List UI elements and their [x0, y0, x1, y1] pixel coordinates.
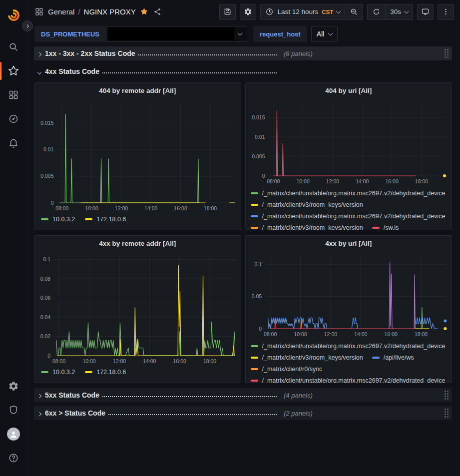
- panel-count: (4 panels): [284, 392, 313, 399]
- dotted-leader: [102, 396, 277, 397]
- chart-legend: 10.0.3.2172.18.0.6: [34, 213, 241, 230]
- drag-handle[interactable]: [445, 409, 449, 418]
- dashboard-title[interactable]: NGINX PROXY: [84, 7, 136, 16]
- svg-text:12:00: 12:00: [324, 331, 337, 337]
- panel-grid: 4xx by remote addr [All] 08:0010:0012:00…: [34, 235, 452, 383]
- panel-title[interactable]: 4xx by uri [All]: [246, 236, 452, 251]
- svg-text:0.005: 0.005: [40, 173, 53, 179]
- save-dashboard-button[interactable]: [219, 4, 236, 20]
- chevron-right-icon: [38, 409, 41, 418]
- refresh-button[interactable]: [368, 4, 385, 19]
- row-5xx[interactable]: 5xx Status Code (4 panels): [34, 388, 452, 402]
- dashboard-settings-button[interactable]: [240, 4, 256, 20]
- legend-item[interactable]: /sw.js: [372, 224, 399, 230]
- legend-item[interactable]: /_matrix/client/v3/room_keys/version: [251, 201, 363, 208]
- legend-item[interactable]: 10.0.3.2: [41, 369, 75, 376]
- time-range-picker[interactable]: Last 12 hours CST: [261, 4, 345, 19]
- panel-title[interactable]: 4xx by remote addr [All]: [34, 236, 241, 251]
- row-title: 4xx Status Code: [45, 67, 99, 75]
- datasource-select[interactable]: [106, 26, 246, 42]
- chevron-down-icon: [238, 31, 243, 36]
- datasource-variable: DS_PROMETHEUS: [34, 26, 246, 42]
- sidebar-expand-button[interactable]: [22, 20, 33, 31]
- legend-item[interactable]: /_matrix/client/unstable/org.matrix.msc2…: [251, 343, 446, 350]
- time-series-chart[interactable]: 08:0010:0012:0014:0016:0018:0000.0050.01…: [34, 98, 241, 213]
- legend-item[interactable]: /_matrix/client/r0/sync: [251, 366, 323, 373]
- svg-text:0.02: 0.02: [40, 333, 51, 339]
- legend-label: /_matrix/client/unstable/org.matrix.msc2…: [262, 377, 446, 383]
- chart-canvas[interactable]: 08:0010:0012:0014:0016:0018:0000.0050.01…: [34, 98, 241, 213]
- timezone-badge: CST: [322, 9, 333, 15]
- svg-text:10:00: 10:00: [82, 358, 95, 364]
- panel-404-by-remote-addr: 404 by remote addr [All] 08:0010:0012:00…: [34, 82, 241, 230]
- request-host-select[interactable]: All: [311, 26, 338, 42]
- legend-item[interactable]: 172.18.0.6: [85, 369, 126, 376]
- chart-canvas[interactable]: 08:0010:0012:0014:0016:0018:0000.050.1: [246, 251, 452, 339]
- legend-label: /_matrix/client/v3/room_keys/version: [262, 224, 363, 230]
- legend-label: /_matrix/client/unstable/org.matrix.msc2…: [262, 190, 446, 197]
- favorite-star-icon[interactable]: [140, 7, 148, 16]
- legend-item[interactable]: /_matrix/client/v3/room_keys/version: [251, 354, 363, 361]
- svg-text:08:00: 08:00: [55, 205, 68, 211]
- panel-404-by-uri: 404 by uri [All] 08:0010:0012:0014:0016:…: [245, 82, 453, 230]
- row-title: 1xx - 3xx - 2xx Status Code: [45, 49, 135, 57]
- main-area: General / NGINX PROXY Last 12 hours CST: [27, 0, 460, 476]
- kiosk-monitor-button[interactable]: [417, 4, 434, 20]
- legend-label: 172.18.0.6: [96, 369, 126, 376]
- time-series-chart[interactable]: 08:0010:0012:0014:0016:0018:0000.0050.01…: [246, 98, 452, 186]
- legend-swatch: [372, 357, 380, 359]
- search-icon[interactable]: [0, 37, 27, 57]
- refresh-interval-dropdown[interactable]: 30s: [385, 4, 413, 19]
- configuration-gear-icon[interactable]: [0, 376, 27, 396]
- time-series-chart[interactable]: 08:0010:0012:0014:0016:0018:0000.050.1: [246, 251, 452, 339]
- panel-count: (6 panels): [284, 50, 313, 57]
- legend-swatch: [251, 345, 258, 347]
- row-4xx[interactable]: 4xx Status Code: [34, 64, 452, 78]
- chart-canvas[interactable]: 08:0010:0012:0014:0016:0018:0000.0050.01…: [246, 98, 452, 186]
- legend-item[interactable]: /_matrix/client/unstable/org.matrix.msc2…: [251, 377, 446, 383]
- legend-label: /sw.js: [384, 224, 399, 230]
- legend-swatch: [251, 357, 258, 359]
- drag-handle[interactable]: [445, 391, 449, 400]
- svg-text:0: 0: [51, 200, 54, 206]
- legend-item[interactable]: /_matrix/client/v3/room_keys/version: [251, 224, 363, 230]
- breadcrumb: General / NGINX PROXY: [48, 7, 136, 16]
- time-series-chart[interactable]: 08:0010:0012:0014:0016:0018:0000.020.040…: [34, 251, 241, 366]
- kebab-menu-button[interactable]: [438, 4, 454, 20]
- server-admin-shield-icon[interactable]: [0, 400, 27, 420]
- chart-canvas[interactable]: 08:0010:0012:0014:0016:0018:0000.020.040…: [34, 251, 241, 366]
- legend-item[interactable]: 172.18.0.6: [85, 216, 126, 223]
- datasource-label[interactable]: DS_PROMETHEUS: [34, 26, 106, 42]
- svg-text:0.08: 0.08: [40, 276, 51, 282]
- zoom-out-button[interactable]: [345, 4, 363, 19]
- legend-item[interactable]: /api/live/ws: [372, 354, 414, 361]
- row-6xx[interactable]: 6xx > Status Code (2 panels): [34, 406, 452, 420]
- apps-grid-icon: [34, 7, 44, 16]
- svg-text:16:00: 16:00: [174, 205, 187, 211]
- legend-row: /_matrix/client/unstable/org.matrix.msc2…: [251, 187, 452, 199]
- breadcrumb-section[interactable]: General: [48, 7, 74, 16]
- panel-title[interactable]: 404 by remote addr [All]: [34, 83, 241, 98]
- dashboards-icon[interactable]: [0, 85, 27, 105]
- dotted-leader: [138, 54, 277, 55]
- legend-item[interactable]: 10.0.3.2: [41, 216, 75, 223]
- user-avatar[interactable]: [0, 424, 27, 444]
- starred-icon[interactable]: [0, 61, 27, 81]
- legend-label: /_matrix/client/v3/room_keys/version: [262, 354, 363, 361]
- panel-title[interactable]: 404 by uri [All]: [246, 83, 452, 98]
- legend-swatch: [251, 192, 258, 194]
- help-icon[interactable]: [0, 448, 27, 468]
- request-host-value: All: [317, 30, 325, 38]
- row-1xx-3xx-2xx[interactable]: 1xx - 3xx - 2xx Status Code (6 panels): [34, 46, 452, 60]
- request-host-label[interactable]: request_host: [253, 26, 307, 42]
- row-header-left: 6xx > Status Code: [37, 409, 278, 418]
- explore-compass-icon[interactable]: [0, 109, 27, 129]
- share-icon[interactable]: [153, 7, 162, 16]
- alerting-bell-icon[interactable]: [0, 133, 27, 153]
- legend-item[interactable]: /_matrix/client/unstable/org.matrix.msc2…: [251, 190, 446, 197]
- legend-item[interactable]: /_matrix/client/unstable/org.matrix.msc2…: [251, 213, 446, 220]
- drag-handle[interactable]: [445, 49, 449, 58]
- svg-text:08:00: 08:00: [264, 331, 277, 337]
- legend-label: /_matrix/client/r0/sync: [262, 366, 323, 373]
- svg-text:14:00: 14:00: [354, 331, 367, 337]
